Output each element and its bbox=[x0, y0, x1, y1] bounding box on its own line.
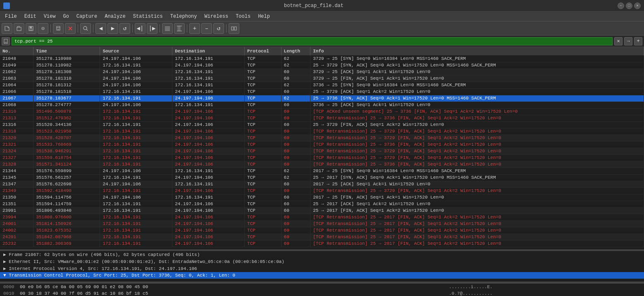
table-row[interactable]: 21062 351278.181308 24.197.194.106 172.1… bbox=[0, 69, 644, 75]
filter-plus-btn[interactable]: + bbox=[634, 37, 642, 45]
close-button[interactable]: ✕ bbox=[634, 2, 641, 9]
toolbar-print-btn[interactable] bbox=[53, 23, 64, 34]
col-info[interactable]: Info bbox=[310, 47, 644, 55]
table-row[interactable]: 21049 351278.110982 172.16.134.191 24.19… bbox=[0, 62, 644, 69]
menu-capture[interactable]: Capture bbox=[73, 13, 100, 20]
maximize-button[interactable]: □ bbox=[626, 2, 632, 9]
col-dst[interactable]: Destination bbox=[172, 47, 245, 55]
cell-proto: TCP bbox=[245, 82, 281, 88]
table-row[interactable]: 21064 351278.181312 24.197.194.106 172.1… bbox=[0, 82, 644, 88]
menu-wireless[interactable]: Wireless bbox=[201, 13, 232, 20]
toolbar-capture-fwd-btn[interactable]: |▶ bbox=[147, 23, 157, 34]
packet-table-container[interactable]: No. Time Source Destination Protocol Len… bbox=[0, 47, 644, 249]
table-row[interactable]: 21327 351559.618754 172.16.134.191 24.19… bbox=[0, 154, 644, 161]
table-row[interactable]: 23994 351808.976600 172.16.134.191 24.19… bbox=[0, 214, 644, 220]
filter-clear-btn[interactable]: ✕ bbox=[614, 37, 623, 45]
cell-no: 21310 bbox=[0, 108, 33, 115]
table-row[interactable]: 21066 351278.181518 172.16.134.191 24.19… bbox=[0, 88, 644, 95]
table-row[interactable]: 24201 351842.087968 172.16.134.191 24.19… bbox=[0, 234, 644, 240]
toolbar-resize-btn[interactable] bbox=[229, 23, 239, 34]
table-row[interactable]: 23991 351806.493840 172.16.134.191 24.19… bbox=[0, 207, 644, 214]
col-src[interactable]: Source bbox=[100, 47, 172, 55]
cell-proto: TCP bbox=[245, 148, 281, 154]
table-row[interactable]: 21321 351533.768669 172.16.134.191 24.19… bbox=[0, 141, 644, 148]
table-row[interactable]: 21351 351594.114759 172.16.134.191 24.19… bbox=[0, 201, 644, 207]
table-row[interactable]: 25232 351882.306369 172.16.134.191 24.19… bbox=[0, 240, 644, 247]
cell-dst: 172.16.134.191 bbox=[172, 102, 245, 108]
table-row[interactable]: 21344 351576.559899 24.197.194.106 172.1… bbox=[0, 168, 644, 174]
toolbar-find-btn[interactable] bbox=[80, 23, 91, 34]
menu-file[interactable]: File bbox=[2, 13, 20, 20]
cell-len: 60 bbox=[281, 121, 310, 128]
toolbar-open-btn[interactable] bbox=[14, 23, 24, 34]
cell-dst: 24.197.194.106 bbox=[172, 201, 245, 207]
cell-no: 21347 bbox=[0, 181, 33, 187]
filter-input[interactable] bbox=[12, 37, 613, 45]
toolbar-list-btn[interactable] bbox=[162, 23, 173, 34]
cell-len: 62 bbox=[281, 82, 310, 88]
table-row[interactable]: 24002 351823.675352 172.16.134.191 24.19… bbox=[0, 227, 644, 234]
toolbar-sep-3 bbox=[93, 24, 93, 33]
cell-info: [TCP Retransmission] 25 → 3729 [FIN, ACK… bbox=[310, 128, 644, 135]
cell-src: 24.197.194.106 bbox=[100, 194, 172, 201]
table-row[interactable]: 24001 351814.150926 172.16.134.191 24.19… bbox=[0, 220, 644, 227]
table-row[interactable]: 21068 351278.274777 24.197.194.106 172.1… bbox=[0, 102, 644, 108]
table-row[interactable]: 21347 351576.622698 24.197.194.106 172.1… bbox=[0, 181, 644, 187]
menu-tools[interactable]: Tools bbox=[232, 13, 254, 20]
cell-dst: 172.16.134.191 bbox=[172, 194, 245, 201]
menu-view[interactable]: View bbox=[41, 13, 59, 20]
menu-help[interactable]: Help bbox=[255, 13, 273, 20]
hex-ascii-line: ........i.....E. bbox=[449, 284, 641, 291]
toolbar-settings-btn[interactable] bbox=[38, 23, 48, 34]
cell-dst: 24.197.194.106 bbox=[172, 174, 245, 181]
col-time[interactable]: Time bbox=[33, 47, 100, 55]
filter-apply-btn[interactable]: → bbox=[624, 37, 632, 45]
table-row[interactable]: 21048 351278.110980 24.197.194.106 172.1… bbox=[0, 55, 644, 62]
table-row[interactable]: 21350 351594.114756 24.197.194.106 172.1… bbox=[0, 194, 644, 201]
table-row[interactable]: 21067 351278.183677 172.16.134.191 24.19… bbox=[0, 95, 644, 102]
cell-src: 172.16.134.191 bbox=[100, 220, 172, 227]
table-row[interactable]: 21324 351538.946291 172.16.134.191 24.19… bbox=[0, 148, 644, 154]
cell-len: 60 bbox=[281, 148, 310, 154]
table-row[interactable]: 21328 351571.341124 172.16.134.191 24.19… bbox=[0, 161, 644, 168]
toolbar-minus-btn[interactable]: – bbox=[201, 23, 212, 34]
menu-edit[interactable]: Edit bbox=[21, 13, 40, 20]
cell-len: 60 bbox=[281, 115, 310, 121]
col-no[interactable]: No. bbox=[0, 47, 33, 55]
toolbar-fwd-btn[interactable]: ▶ bbox=[107, 23, 118, 34]
detail-row[interactable]: ▶ Ethernet II, Src: VMware_00:01:e2 (00:… bbox=[0, 258, 644, 265]
toolbar-reload2-btn[interactable]: ↺ bbox=[213, 23, 224, 34]
cell-info: [TCP ACKed unseen segment] 25 → 3736 [FI… bbox=[310, 108, 644, 115]
menu-go[interactable]: Go bbox=[60, 13, 72, 20]
table-row[interactable]: 21349 351592.418490 172.16.134.191 24.19… bbox=[0, 187, 644, 194]
detail-row[interactable]: ▶ Internet Protocol Version 4, Src: 172.… bbox=[0, 265, 644, 272]
toolbar-save-btn[interactable] bbox=[26, 23, 36, 34]
toolbar-close-btn[interactable] bbox=[65, 23, 76, 34]
table-row[interactable]: 21313 351512.479362 172.16.134.191 24.19… bbox=[0, 115, 644, 121]
table-row[interactable]: 21063 351278.181310 24.197.194.106 172.1… bbox=[0, 75, 644, 82]
menu-telephony[interactable]: Telephony bbox=[167, 13, 200, 20]
table-row[interactable]: 21320 351528.420707 172.16.134.191 24.19… bbox=[0, 135, 644, 141]
table-row[interactable]: 21318 351523.021958 172.16.134.191 24.19… bbox=[0, 128, 644, 135]
detail-row[interactable]: ▼ Transmission Control Protocol, Src Por… bbox=[0, 272, 644, 279]
minimize-button[interactable]: – bbox=[618, 2, 624, 9]
col-proto[interactable]: Protocol bbox=[245, 47, 281, 55]
table-row[interactable]: 21345 351576.561257 172.16.134.191 24.19… bbox=[0, 174, 644, 181]
cell-proto: TCP bbox=[245, 88, 281, 95]
menu-statistics[interactable]: Statistics bbox=[130, 13, 166, 20]
table-row[interactable]: 21316 351520.344136 172.16.134.191 24.19… bbox=[0, 121, 644, 128]
detail-row[interactable]: ▶ Frame 21067: 62 bytes on wire (496 bit… bbox=[0, 251, 644, 258]
cell-src: 24.197.194.106 bbox=[100, 75, 172, 82]
toolbar-back-btn[interactable]: ◀ bbox=[95, 23, 106, 34]
col-len[interactable]: Length bbox=[281, 47, 310, 55]
table-row[interactable]: 21310 351496.500878 172.16.134.191 24.19… bbox=[0, 108, 644, 115]
cell-proto: TCP bbox=[245, 115, 281, 121]
toolbar-cols-btn[interactable] bbox=[174, 23, 185, 34]
menu-analyze[interactable]: Analyze bbox=[101, 13, 129, 20]
toolbar-capture-back-btn[interactable]: ◀| bbox=[135, 23, 145, 34]
toolbar-new-btn[interactable] bbox=[2, 23, 12, 34]
toolbar-plus-btn[interactable]: + bbox=[189, 23, 200, 34]
toolbar-reload-btn[interactable]: ↺ bbox=[119, 23, 130, 34]
svg-rect-6 bbox=[30, 28, 32, 31]
filter-bookmark-btn[interactable] bbox=[2, 37, 10, 45]
